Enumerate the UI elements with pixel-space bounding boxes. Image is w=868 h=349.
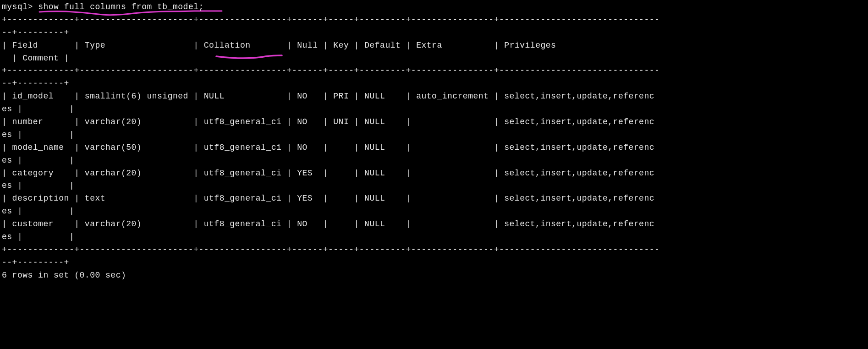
sql-command: show full columns from tb_model;: [38, 2, 204, 11]
table-header-row-wrap: | Comment |: [2, 52, 866, 65]
table-border-mid: +-------------+----------------------+--…: [2, 65, 866, 77]
header-extra: Extra: [416, 41, 489, 50]
table-row-wrap: es | |: [2, 180, 866, 192]
table-row-wrap: es | |: [2, 154, 866, 167]
terminal-output: mysql> show full columns from tb_model; …: [2, 1, 866, 282]
header-null: Null: [297, 41, 318, 50]
table-row: | number | varchar(20) | utf8_general_ci…: [2, 116, 866, 129]
table-border-mid-wrap: --+---------+: [2, 77, 866, 90]
header-default: Default: [364, 41, 401, 50]
table-border-bottom: +-------------+----------------------+--…: [2, 244, 866, 256]
header-field: Field: [12, 41, 69, 50]
table-row-wrap: es | |: [2, 231, 866, 244]
table-row: | description | text | utf8_general_ci |…: [2, 192, 866, 205]
header-privileges: Privileges: [504, 41, 654, 50]
command-line[interactable]: mysql> show full columns from tb_model;: [2, 1, 866, 14]
table-row-wrap: es | |: [2, 129, 866, 142]
table-row: | customer | varchar(20) | utf8_general_…: [2, 218, 866, 231]
header-key: Key: [333, 41, 349, 50]
table-row: | category | varchar(20) | utf8_general_…: [2, 167, 866, 180]
table-border-bottom-wrap: --+---------+: [2, 256, 866, 269]
result-footer: 6 rows in set (0.00 sec): [2, 269, 866, 282]
prompt: mysql>: [2, 2, 33, 11]
table-row: | model_name | varchar(50) | utf8_genera…: [2, 142, 866, 154]
header-collation: Collation: [204, 41, 282, 50]
header-comment: Comment: [22, 54, 59, 63]
table-body: | id_model | smallint(6) unsigned | NULL…: [2, 90, 866, 244]
table-border-top-wrap: --+---------+: [2, 27, 866, 39]
table-row-wrap: es | |: [2, 205, 866, 218]
table-header-row: | Field | Type | Collation | Null | Key …: [2, 39, 866, 52]
table-border-top: +-------------+----------------------+--…: [2, 14, 866, 27]
header-type: Type: [85, 41, 188, 50]
table-row-wrap: es | |: [2, 103, 866, 116]
table-row: | id_model | smallint(6) unsigned | NULL…: [2, 90, 866, 103]
